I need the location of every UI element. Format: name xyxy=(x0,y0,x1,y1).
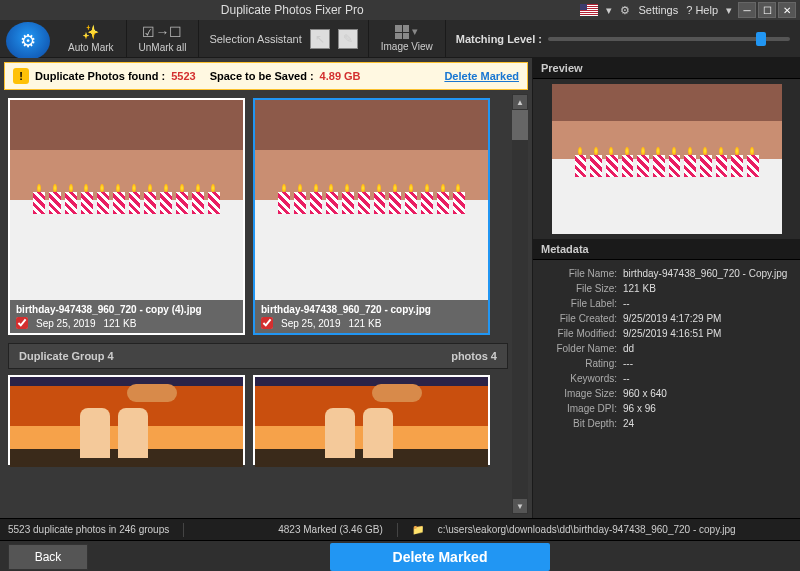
photo-checkbox[interactable] xyxy=(261,317,273,329)
matching-level-group: Matching Level : xyxy=(446,20,800,57)
flag-icon[interactable] xyxy=(580,4,598,16)
meta-label: Folder Name: xyxy=(543,343,623,354)
status-marked: 4823 Marked (3.46 GB) xyxy=(278,524,383,535)
grid-view-button[interactable] xyxy=(395,25,409,39)
status-bar: 5523 duplicate photos in 246 groups 4823… xyxy=(0,518,800,540)
found-count: 5523 xyxy=(171,70,195,82)
photo-checkbox[interactable] xyxy=(16,317,28,329)
photo-date: Sep 25, 2019 xyxy=(281,318,341,329)
meta-value: birthday-947438_960_720 - Copy.jpg xyxy=(623,268,787,279)
status-path: c:\users\eakorg\downloads\dd\birthday-94… xyxy=(438,524,736,535)
automark-button[interactable]: ✨ Auto Mark xyxy=(56,20,127,57)
vertical-scrollbar[interactable]: ▲ ▼ xyxy=(512,94,528,514)
metadata-table: File Name:birthday-947438_960_720 - Copy… xyxy=(533,260,800,518)
metadata-section-title: Metadata xyxy=(533,239,800,260)
selection-tool-2-button[interactable]: ✎ xyxy=(338,29,358,49)
photo-size: 121 KB xyxy=(349,318,382,329)
automark-label: Auto Mark xyxy=(68,42,114,53)
checkbox-icon: ☑→☐ xyxy=(142,24,182,40)
meta-value: --- xyxy=(623,358,633,369)
meta-label: File Size: xyxy=(543,283,623,294)
found-label: Duplicate Photos found : xyxy=(35,70,165,82)
meta-label: Rating: xyxy=(543,358,623,369)
delete-marked-link[interactable]: Delete Marked xyxy=(444,70,519,82)
meta-value: 960 x 640 xyxy=(623,388,667,399)
meta-value: 9/25/2019 4:16:51 PM xyxy=(623,328,721,339)
selection-assistant-group: Selection Assistant ↖ ✎ xyxy=(199,20,368,57)
help-link[interactable]: ? Help xyxy=(686,4,718,16)
app-logo-icon: ⚙ xyxy=(6,22,50,60)
unmarkall-button[interactable]: ☑→☐ UnMark all xyxy=(127,20,200,57)
meta-label: Image Size: xyxy=(543,388,623,399)
scroll-up-button[interactable]: ▲ xyxy=(512,94,528,110)
meta-value: dd xyxy=(623,343,634,354)
status-summary: 5523 duplicate photos in 246 groups xyxy=(8,524,169,535)
titlebar: Duplicate Photos Fixer Pro ▾ ⚙ Settings … xyxy=(0,0,800,20)
details-pane: Preview Metadata File Name:birthday-9474… xyxy=(532,58,800,518)
bottom-bar: Back Delete Marked xyxy=(0,540,800,571)
lang-dropdown-arrow[interactable]: ▾ xyxy=(606,4,612,17)
group-count: photos 4 xyxy=(451,350,497,362)
close-button[interactable]: ✕ xyxy=(778,2,796,18)
photo-thumbnail[interactable] xyxy=(253,375,490,465)
image-view-label: Image View xyxy=(381,41,433,52)
delete-marked-button[interactable]: Delete Marked xyxy=(330,543,550,571)
scrollbar-thumb[interactable] xyxy=(512,110,528,140)
space-label: Space to be Saved : xyxy=(210,70,314,82)
results-pane: ! Duplicate Photos found : 5523 Space to… xyxy=(0,58,532,518)
meta-label: Bit Depth: xyxy=(543,418,623,429)
minimize-button[interactable]: ─ xyxy=(738,2,756,18)
preview-section-title: Preview xyxy=(533,58,800,79)
preview-box xyxy=(533,79,800,239)
photo-filename: birthday-947438_960_720 - copy (4).jpg xyxy=(16,304,237,315)
selection-tool-1-button[interactable]: ↖ xyxy=(310,29,330,49)
photo-thumbnail[interactable]: birthday-947438_960_720 - copy.jpg Sep 2… xyxy=(253,98,490,335)
matching-level-label: Matching Level : xyxy=(456,33,542,45)
wand-icon: ✨ xyxy=(82,24,99,40)
meta-value: -- xyxy=(623,373,630,384)
matching-level-slider[interactable] xyxy=(548,37,790,41)
meta-label: File Name: xyxy=(543,268,623,279)
folder-icon: 📁 xyxy=(412,524,424,535)
meta-label: File Created: xyxy=(543,313,623,324)
toolbar: ⚙ ✨ Auto Mark ☑→☐ UnMark all Selection A… xyxy=(0,20,800,58)
slider-thumb[interactable] xyxy=(756,32,766,46)
preview-image xyxy=(552,84,782,234)
settings-link[interactable]: Settings xyxy=(638,4,678,16)
help-dropdown-arrow[interactable]: ▾ xyxy=(726,4,732,17)
main-area: ! Duplicate Photos found : 5523 Space to… xyxy=(0,58,800,518)
unmarkall-label: UnMark all xyxy=(139,42,187,53)
photo-thumbnail[interactable]: birthday-947438_960_720 - copy (4).jpg S… xyxy=(8,98,245,335)
app-title: Duplicate Photos Fixer Pro xyxy=(4,3,580,17)
maximize-button[interactable]: ☐ xyxy=(758,2,776,18)
photo-size: 121 KB xyxy=(104,318,137,329)
scroll-down-button[interactable]: ▼ xyxy=(512,498,528,514)
meta-value: 24 xyxy=(623,418,634,429)
group-header: Duplicate Group 4 photos 4 xyxy=(8,343,508,369)
meta-label: File Label: xyxy=(543,298,623,309)
meta-label: File Modified: xyxy=(543,328,623,339)
photo-date: Sep 25, 2019 xyxy=(36,318,96,329)
group-name: Duplicate Group 4 xyxy=(19,350,114,362)
meta-value: -- xyxy=(623,298,630,309)
summary-banner: ! Duplicate Photos found : 5523 Space to… xyxy=(4,62,528,90)
meta-label: Image DPI: xyxy=(543,403,623,414)
image-view-group: ▾ Image View xyxy=(369,20,446,57)
gear-icon: ⚙ xyxy=(620,4,630,17)
photo-filename: birthday-947438_960_720 - copy.jpg xyxy=(261,304,482,315)
selection-assistant-label: Selection Assistant xyxy=(209,33,301,45)
meta-value: 9/25/2019 4:17:29 PM xyxy=(623,313,721,324)
thumbnails-scroll: birthday-947438_960_720 - copy (4).jpg S… xyxy=(4,94,528,514)
back-button[interactable]: Back xyxy=(8,544,88,570)
meta-label: Keywords: xyxy=(543,373,623,384)
warning-icon: ! xyxy=(13,68,29,84)
view-dropdown-arrow[interactable]: ▾ xyxy=(412,25,418,39)
meta-value: 121 KB xyxy=(623,283,656,294)
space-value: 4.89 GB xyxy=(320,70,361,82)
photo-thumbnail[interactable] xyxy=(8,375,245,465)
meta-value: 96 x 96 xyxy=(623,403,656,414)
